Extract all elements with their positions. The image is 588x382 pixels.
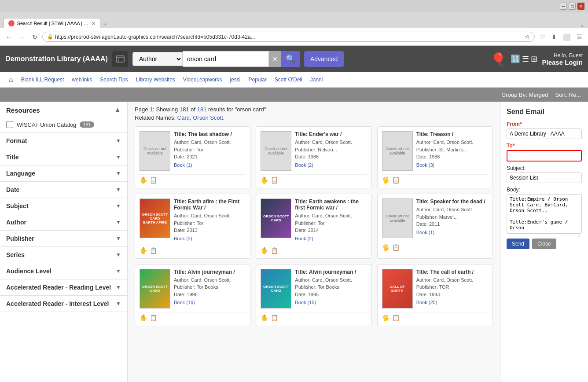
body-textarea[interactable]: Title:Empire / Orson Scott Card. By:Card… [507,194,582,234]
author-section: Author ▼ [0,214,127,231]
resize-handle[interactable]: ⤡ [577,234,581,238]
search-clear-button[interactable]: ✕ [269,51,281,67]
book-cover: Cover art not available [140,131,170,171]
book-cart-button[interactable]: 🖐 [382,176,390,184]
book-type-link[interactable]: Book (1) [174,162,246,168]
from-input[interactable] [507,129,582,139]
maximize-button[interactable]: □ [569,3,576,10]
favorites-button[interactable]: ♡ [537,33,548,41]
search-go-button[interactable]: 🔍 [281,51,300,67]
book-list-button[interactable]: 📋 [392,244,400,251]
title-header[interactable]: Title ▼ [0,149,127,165]
publisher-header[interactable]: Publisher ▼ [0,231,127,246]
series-header[interactable]: Series ▼ [0,247,127,263]
search-input[interactable] [183,51,269,67]
subject-input[interactable] [507,173,582,183]
user-login[interactable]: Please Login [542,59,583,66]
publisher-label: Publisher [6,235,34,242]
book-type-link[interactable]: Book (15) [295,300,367,305]
lock-icon: 🔒 [47,34,53,40]
body-label: Body: [507,187,582,193]
book-list-button[interactable]: 📋 [150,314,157,321]
search-type-select[interactable]: Author Title Subject Keyword [132,52,183,66]
resources-collapse-button[interactable]: ▲ [114,106,121,114]
date-chevron: ▼ [116,187,121,193]
book-list-button[interactable]: 📋 [271,176,278,184]
book-type-link[interactable]: Book (3) [174,236,246,241]
book-type-link[interactable]: Book (20) [416,300,488,305]
list-view-icon[interactable]: ☰ [522,54,529,64]
advanced-button[interactable]: Advanced [304,51,344,67]
book-list-button[interactable]: 📋 [271,247,278,254]
book-list-button[interactable]: 📋 [392,176,400,184]
search-tips-link[interactable]: Search Tips [96,75,131,84]
book-info: Title: Treason / Author: Card, Orson Sco… [416,131,488,171]
book-cart-button[interactable]: 🖐 [382,244,390,251]
reload-button[interactable]: ↻ [30,33,40,41]
library-websites-link[interactable]: Library Websites [132,75,179,84]
book-type-link[interactable]: Book (2) [295,162,367,168]
author-header[interactable]: Author ▼ [0,214,127,230]
back-button[interactable]: ← [4,33,14,41]
book-type-link[interactable]: Book (3) [416,162,488,168]
title-chevron: ▼ [116,154,121,160]
weblinks-link[interactable]: weblinks [68,75,96,84]
minimize-button[interactable]: ─ [560,3,567,10]
book-list-button[interactable]: 📋 [150,176,157,184]
wiscat-checkbox[interactable] [6,121,13,128]
book-type-link[interactable]: Book (1) [416,230,488,235]
ar-reading-section: Accelerated Reader - Reading Level ▼ [0,279,127,296]
related-name-link[interactable]: Card, Orson Scott. [177,114,225,121]
subject-header[interactable]: Subject ▼ [0,198,127,214]
audience-header[interactable]: Audience Level ▼ [0,263,127,279]
book-list-button[interactable]: 📋 [150,247,157,254]
ar-reading-header[interactable]: Accelerated Reader - Reading Level ▼ [0,279,127,295]
email-send-button[interactable]: Send [507,239,529,249]
forward-button[interactable]: → [17,33,27,41]
videoleapworks-link[interactable]: VideoLeapworks [180,75,226,84]
tab-close-icon[interactable]: ✕ [92,21,96,26]
author-chevron: ▼ [116,219,121,225]
book-cart-button[interactable]: 🖐 [261,314,268,321]
url-bar[interactable]: 🔒 https://preprod-stwi-agent.auto-graphi… [42,32,535,42]
ar-interest-header[interactable]: Accelerated Reader - Interest Level ▼ [0,296,127,312]
book-meta: Author: Card, Orson Scott.Publisher: Tor… [295,212,367,234]
results-content: Page 1: Showing 181 of 181 results for "… [128,102,500,382]
book-cart-button[interactable]: 🖐 [140,176,147,184]
results-count-link[interactable]: 181 [197,106,207,113]
book-cart-button[interactable]: 🖐 [140,314,147,321]
home-link[interactable]: ⌂ [5,74,17,85]
language-header[interactable]: Language ▼ [0,165,127,181]
popular-link[interactable]: Popular [245,75,270,84]
audience-chevron: ▼ [116,268,121,274]
book-list-button[interactable]: 📋 [271,314,278,321]
jessi-link[interactable]: jessi [226,75,244,84]
book-cart-button[interactable]: 🖐 [261,247,268,254]
grid-view-icon[interactable]: ⊞ [531,54,537,64]
book-cover: ORSON SCOTT CARD [261,198,291,238]
book-cart-button[interactable]: 🖐 [261,176,268,184]
scott-odell-link[interactable]: Scott O'Dell [271,75,306,84]
to-input[interactable] [507,150,582,162]
download-button[interactable]: ⬇ [549,33,559,41]
email-close-button[interactable]: Close [532,239,556,249]
email-panel-title: Send Email [507,108,582,116]
book-card: ORSON SCOTT CARDEARTH AFIRE Title: Earth… [135,194,250,259]
janni-link[interactable]: Janni [307,75,327,84]
bookmark-icon[interactable]: ☆ [525,33,530,40]
book-actions: 🖐 📋 [261,174,367,184]
book-cart-button[interactable]: 🖐 [140,247,147,254]
active-tab[interactable]: Search Result | STWI | AAAA | A... ✕ [4,18,100,28]
book-type-link[interactable]: Book (16) [174,300,246,305]
book-list-button[interactable]: 📋 [392,314,400,321]
numbered-list-icon[interactable]: 🔢 [511,54,520,64]
new-tab-button[interactable]: + [100,20,110,28]
date-header[interactable]: Date ▼ [0,182,127,198]
extensions-button[interactable]: ⬜ [561,33,573,41]
book-cart-button[interactable]: 🖐 [382,314,390,321]
book-type-link[interactable]: Book (2) [295,236,367,241]
blank-ill-link[interactable]: Blank ILL Request [18,75,68,84]
menu-button[interactable]: ☰ [574,33,584,41]
close-button[interactable]: ✕ [577,3,584,10]
format-header[interactable]: Format ▼ [0,133,127,149]
